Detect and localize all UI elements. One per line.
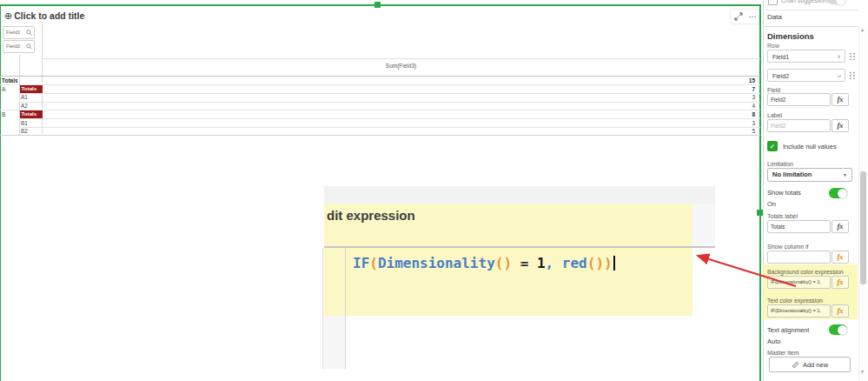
code-token: () <box>495 255 512 271</box>
pivot-grid-line <box>0 84 760 85</box>
chart-suggestions-toggle[interactable] <box>828 0 845 4</box>
show-column-if-input[interactable] <box>767 251 831 264</box>
toggle-knob <box>838 189 847 198</box>
tab-data[interactable]: Data <box>767 13 782 21</box>
resize-handle-top[interactable] <box>374 2 381 8</box>
fullscreen-icon[interactable] <box>734 12 743 21</box>
code-token: ( <box>369 255 378 271</box>
pivot-value-cell[interactable]: 4 <box>692 103 755 110</box>
pivot-dim2-cell[interactable]: B2 <box>21 128 28 135</box>
pivot-value-cell[interactable]: 15 <box>692 77 755 84</box>
toggle-knob <box>838 325 847 335</box>
limitation-value: No limitation <box>772 170 812 178</box>
field-input[interactable]: Field2 <box>767 93 831 106</box>
dimension-item-field2[interactable]: Field2 › <box>767 69 845 82</box>
pivot-value-cell[interactable]: 7 <box>692 86 755 93</box>
pivot-dim2-cell[interactable]: B1 <box>21 120 28 127</box>
pivot-totals-cell-red[interactable]: Totals <box>20 85 43 93</box>
chart-title-label: Click to add title <box>14 10 84 21</box>
dimension-item-field1-label: Field1 <box>772 54 789 60</box>
resize-handle-right[interactable] <box>757 210 763 216</box>
panel-divider <box>763 26 858 27</box>
code-token: IF <box>353 255 369 271</box>
pivot-measure-header[interactable]: Sum(Field3) <box>42 63 760 69</box>
text-cursor <box>613 256 615 271</box>
pivot-value-cell[interactable]: 5 <box>692 128 755 135</box>
add-new-master-item-button[interactable]: Add new <box>769 357 851 372</box>
expression-code[interactable]: IF(Dimensionality() = 1, red()) <box>353 255 615 271</box>
pivot-value-cell[interactable]: 3 <box>692 120 755 127</box>
pivot-value-cell[interactable]: 3 <box>692 94 755 101</box>
object-toolbar: ⋯ <box>731 10 759 23</box>
dimension-item-field2-label: Field2 <box>772 73 789 79</box>
code-gutter-line <box>345 248 346 369</box>
scroll-down-icon[interactable]: ▼ <box>860 369 865 374</box>
background-color-expression-label: Background color expression <box>767 269 844 275</box>
text-alignment-state: Auto <box>767 338 780 345</box>
code-token: Dimensionality <box>378 255 495 271</box>
pivot-value-cell[interactable]: 8 <box>692 111 755 118</box>
include-null-values-label: Include null values <box>783 143 837 150</box>
app-canvas: ⊕Click to add title ⋯ Field1 Field2 Sum(… <box>0 0 868 381</box>
totals-label-input[interactable]: Totals <box>767 220 831 233</box>
label-input[interactable]: Field2 <box>767 119 831 132</box>
filter-field1-label: Field1 <box>6 30 20 35</box>
code-token: ()) <box>587 255 613 271</box>
show-column-if-label: Show column if <box>767 244 808 250</box>
pivot-grid-line <box>42 58 760 59</box>
pivot-dim1-cell[interactable]: B <box>2 111 5 118</box>
search-icon <box>26 43 32 50</box>
filter-field1[interactable]: Field1 <box>3 26 35 39</box>
search-icon <box>26 30 32 36</box>
pivot-totals-cell-red[interactable]: Totals <box>20 110 43 118</box>
background-color-expression-input[interactable]: IF(Dimensionality() = 1, <box>767 276 831 289</box>
chevron-right-icon[interactable]: › <box>838 50 840 63</box>
pivot-grid-line <box>19 127 760 128</box>
show-totals-toggle[interactable] <box>829 188 847 198</box>
pivot-grid-line <box>19 93 760 94</box>
pivot-grid-line <box>19 55 20 135</box>
pivot-dim2-cell[interactable]: A1 <box>21 94 28 101</box>
fx-expression-button[interactable]: fx <box>832 276 849 289</box>
fx-expression-button[interactable]: fx <box>832 220 849 233</box>
object-selection-border-left <box>0 4 1 381</box>
chart-suggestions-label: Chart suggestions <box>781 0 830 3</box>
link-icon <box>792 361 799 369</box>
fx-expression-button[interactable]: fx <box>832 251 849 264</box>
add-title-icon: ⊕ <box>4 10 12 21</box>
pivot-grid-line <box>19 118 760 119</box>
pivot-grid-line <box>0 135 760 136</box>
editor-divider <box>324 246 715 248</box>
show-totals-state: On <box>767 200 776 208</box>
show-totals-label: Show totals <box>767 189 801 197</box>
more-options-icon[interactable]: ⋯ <box>749 12 757 21</box>
pivot-dim2-cell[interactable]: A2 <box>21 103 28 110</box>
fx-expression-button[interactable]: fx <box>832 304 849 318</box>
text-alignment-label: Text alignment <box>767 326 809 334</box>
fx-expression-button[interactable]: fx <box>832 119 849 132</box>
limitation-dropdown[interactable]: No limitation ▼ <box>767 168 852 182</box>
dimensions-heading: Dimensions <box>767 31 814 41</box>
totals-label-label: Totals label <box>767 213 798 219</box>
pivot-dim1-cell[interactable]: A <box>2 86 5 93</box>
include-null-values-checkbox[interactable]: ✓ <box>767 141 778 151</box>
filter-field2[interactable]: Field2 <box>3 40 35 53</box>
chart-title[interactable]: ⊕Click to add title <box>4 10 84 22</box>
drag-handle-icon[interactable] <box>848 51 855 60</box>
text-color-expression-input[interactable]: IF(Dimensionality() = 1, <box>767 304 831 318</box>
expression-editor-top-strip <box>324 186 715 204</box>
pivot-dim1-cell[interactable]: Totals <box>2 77 18 84</box>
text-color-expression-label: Text color expression <box>767 297 823 304</box>
dropdown-caret-icon: ▼ <box>843 169 847 181</box>
field-label: Field <box>767 87 780 93</box>
filter-field2-label: Field2 <box>6 43 20 49</box>
pivot-grid-line <box>0 110 760 110</box>
drag-handle-icon[interactable] <box>848 70 855 79</box>
chevron-down-icon[interactable]: › <box>832 75 845 77</box>
panel-scrollbar-thumb[interactable] <box>860 171 866 284</box>
fx-expression-button[interactable]: fx <box>832 93 849 106</box>
dimension-item-field1[interactable]: Field1 › <box>767 50 845 63</box>
scroll-up-icon[interactable]: ▲ <box>860 27 865 32</box>
limitation-label: Limitation <box>767 161 793 167</box>
text-alignment-toggle[interactable] <box>829 324 847 335</box>
